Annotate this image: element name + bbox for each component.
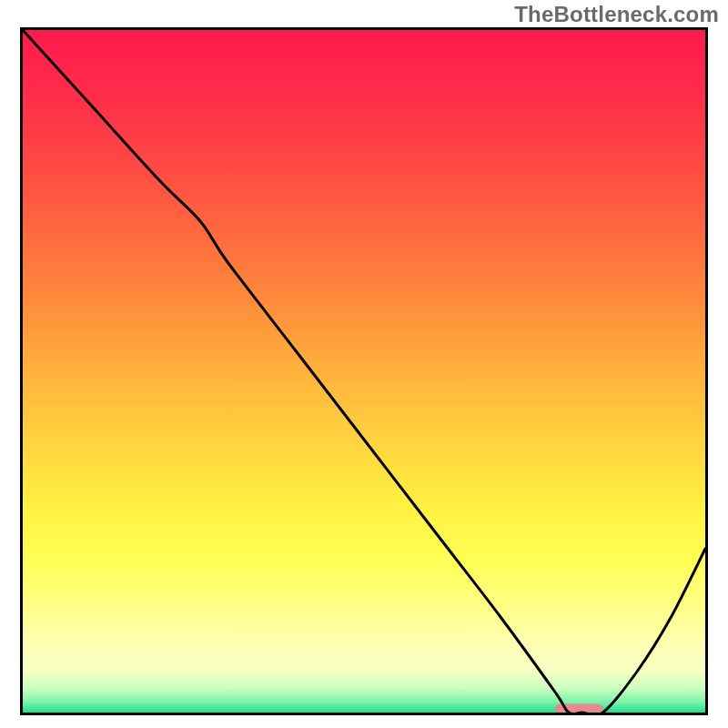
watermark-text: TheBottleneck.com	[514, 2, 719, 27]
chart-frame: TheBottleneck.com	[0, 0, 728, 728]
chart-plot-area	[20, 27, 708, 715]
chart-svg	[23, 30, 705, 713]
gradient-background	[23, 30, 705, 713]
